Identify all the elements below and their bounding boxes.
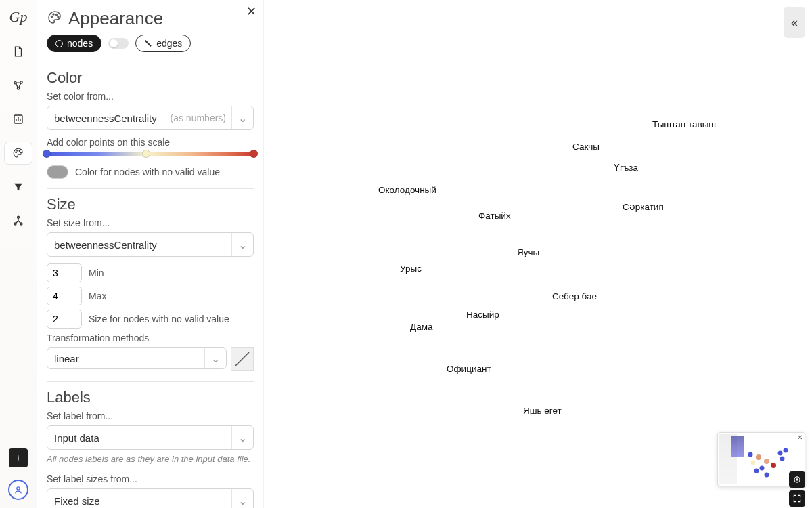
nav-stats-icon[interactable] <box>5 108 32 130</box>
gradient-stop[interactable] <box>142 150 150 158</box>
labels-heading: Labels <box>47 389 254 406</box>
svg-point-2 <box>17 87 19 89</box>
graph-node-label: Околодочный <box>378 185 436 195</box>
collapse-right-button[interactable]: « <box>784 7 805 38</box>
color-set-from-label: Set color from... <box>47 91 254 102</box>
labels-size-select[interactable]: Fixed size ⌄ <box>47 488 254 508</box>
gradient-stop[interactable] <box>250 150 258 158</box>
svg-point-13 <box>17 487 20 490</box>
graph-canvas[interactable]: ОколодочныйФатыйхУрысЯучыСебер баеНасыйр… <box>264 0 812 508</box>
labels-set-size-from: Set label sizes from... <box>47 473 254 484</box>
nav-filters-icon[interactable] <box>5 176 32 198</box>
size-max-input[interactable] <box>47 287 82 305</box>
svg-point-31 <box>796 479 798 480</box>
tab-edges-label: edges <box>156 38 182 49</box>
svg-point-29 <box>765 473 769 478</box>
fullscreen-button[interactable] <box>789 490 805 507</box>
svg-point-28 <box>754 469 759 473</box>
recenter-button[interactable] <box>789 471 805 488</box>
graph-node-label: Яшь егет <box>523 406 562 416</box>
appearance-panel: Appearance ✕ nodes edges Color Set color… <box>37 0 264 508</box>
edge-icon <box>145 40 152 47</box>
labels-source-select[interactable]: Input data ⌄ <box>47 425 254 450</box>
size-min-label: Min <box>89 268 104 278</box>
color-attribute-value: betweennessCentrality <box>47 112 171 124</box>
linear-curve-icon <box>231 347 254 371</box>
svg-point-1 <box>20 81 22 83</box>
svg-point-24 <box>780 457 785 461</box>
graph-node-label: Тыштан тавыш <box>652 119 716 129</box>
color-scale-caption: Add color points on this scale <box>47 137 254 148</box>
app-logo: Gp <box>7 5 30 28</box>
svg-rect-11 <box>18 457 18 461</box>
close-icon[interactable]: ✕ <box>246 4 256 19</box>
size-no-value-input[interactable] <box>47 310 82 329</box>
graph-node-label: Сәркатип <box>623 201 664 212</box>
tab-nodes-label: nodes <box>67 38 93 49</box>
graph-svg <box>264 0 467 102</box>
graph-node-label: Урыс <box>400 263 422 274</box>
svg-point-4 <box>16 152 17 153</box>
size-no-value-label: Size for nodes with no valid value <box>89 314 229 324</box>
no-value-color-swatch[interactable] <box>47 165 68 179</box>
color-gradient-bar[interactable] <box>47 152 254 156</box>
color-heading: Color <box>47 69 254 87</box>
size-min-input[interactable] <box>47 263 82 282</box>
nav-info-icon[interactable] <box>9 448 28 467</box>
svg-point-7 <box>20 152 22 154</box>
chevron-down-icon: ⌄ <box>231 489 253 508</box>
svg-point-6 <box>19 150 20 152</box>
tab-nodes[interactable]: nodes <box>47 35 102 52</box>
svg-point-23 <box>784 448 788 453</box>
svg-point-19 <box>756 454 761 460</box>
svg-point-26 <box>748 452 753 457</box>
transform-heading: Transformation methods <box>47 333 254 343</box>
chevron-down-icon: ⌄ <box>204 348 226 368</box>
chevron-down-icon: ⌄ <box>231 106 253 129</box>
graph-node-label: Насыйр <box>466 310 499 320</box>
svg-point-20 <box>764 459 769 464</box>
circle-icon <box>55 40 63 47</box>
nav-file-icon[interactable] <box>5 41 32 62</box>
graph-node-label: Фатыйх <box>478 211 511 221</box>
chevron-down-icon: ⌄ <box>231 233 253 256</box>
svg-line-18 <box>235 352 249 366</box>
svg-point-25 <box>751 461 756 465</box>
graph-node-label: Дама <box>410 322 432 332</box>
svg-point-14 <box>51 16 53 17</box>
minimap-close-icon[interactable]: ✕ <box>797 433 803 441</box>
tab-edges[interactable]: edges <box>135 35 191 52</box>
transform-value: linear <box>47 353 204 364</box>
nodes-edges-toggle[interactable] <box>108 38 129 49</box>
nav-graph-icon[interactable] <box>5 75 32 96</box>
size-max-label: Max <box>89 291 106 301</box>
svg-point-22 <box>778 451 783 456</box>
svg-point-8 <box>18 216 20 218</box>
color-attribute-select[interactable]: betweennessCentrality (as numbers) ⌄ <box>47 106 254 130</box>
gradient-stop[interactable] <box>43 150 51 158</box>
left-icon-bar: Gp <box>0 0 37 508</box>
transform-select[interactable]: linear ⌄ <box>47 347 227 369</box>
palette-icon <box>47 9 63 28</box>
chevron-down-icon: ⌄ <box>231 426 253 449</box>
size-attribute-value: betweennessCentrality <box>47 239 231 251</box>
labels-note: All nodes labels are as they are in the … <box>47 454 254 464</box>
graph-node-label: Үгъза <box>614 162 638 173</box>
svg-point-15 <box>53 14 54 15</box>
svg-point-27 <box>760 466 765 471</box>
labels-set-from-label: Set label from... <box>47 410 254 421</box>
svg-point-21 <box>771 463 776 468</box>
nav-appearance-icon[interactable] <box>5 142 32 164</box>
graph-node-label: Официант <box>447 364 491 374</box>
no-value-color-label: Color for nodes with no valid value <box>75 167 220 177</box>
labels-source-value: Input data <box>47 432 231 444</box>
svg-point-5 <box>17 150 18 152</box>
svg-rect-12 <box>18 456 18 457</box>
nav-layout-icon[interactable] <box>5 210 32 232</box>
nav-user-icon[interactable] <box>8 480 28 500</box>
color-attribute-hint: (as numbers) <box>171 112 231 123</box>
graph-node-label: Сакчы <box>572 142 600 152</box>
labels-size-value: Fixed size <box>47 495 231 507</box>
size-attribute-select[interactable]: betweennessCentrality ⌄ <box>47 232 254 257</box>
graph-node-label: Яучы <box>517 247 539 257</box>
